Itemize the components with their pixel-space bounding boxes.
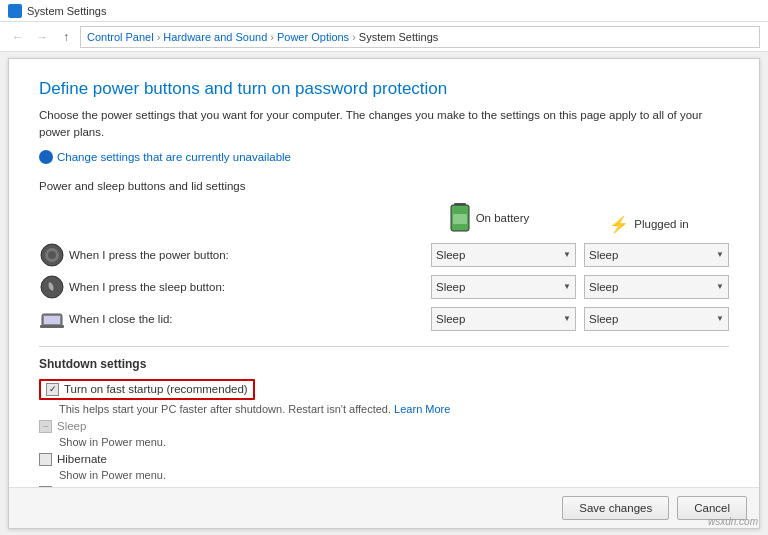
change-link-row: Change settings that are currently unava… (39, 150, 729, 164)
nav-back-button[interactable]: ← (8, 27, 28, 47)
row-label-sleep: When I press the sleep button: (65, 281, 431, 293)
button-bar: Save changes Cancel (9, 487, 759, 528)
shutdown-header: Shutdown settings (39, 357, 729, 371)
row-label-lid: When I close the lid: (65, 313, 431, 325)
shutdown-section: Shutdown settings Turn on fast startup (… (39, 357, 729, 488)
battery-col-label: On battery (476, 212, 530, 224)
page-description: Choose the power settings that you want … (39, 107, 729, 142)
app-icon (8, 4, 22, 18)
title-bar: System Settings (0, 0, 768, 22)
chevron-down-icon: ▼ (563, 250, 571, 259)
nav-forward-button[interactable]: → (32, 27, 52, 47)
sleep-button-icon (39, 274, 65, 300)
fast-startup-help: This helps start your PC faster after sh… (59, 403, 729, 415)
battery-icon (449, 202, 471, 234)
sleep-row: Sleep (39, 420, 729, 433)
svg-rect-9 (40, 325, 64, 328)
fast-startup-checkbox[interactable] (46, 383, 59, 396)
nav-bar: ← → ↑ Control Panel › Hardware and Sound… (0, 22, 768, 52)
learn-more-link[interactable]: Learn More (394, 403, 450, 415)
svg-point-5 (48, 251, 56, 259)
power-button-icon (39, 242, 65, 268)
page-title: Define power buttons and turn on passwor… (39, 79, 729, 99)
plugged-col-label: Plugged in (634, 218, 688, 230)
power-plugged-select[interactable]: Sleep ▼ (584, 243, 729, 267)
hibernate-checkbox[interactable] (39, 453, 52, 466)
row-label-power: When I press the power button: (65, 249, 431, 261)
section-divider (39, 346, 729, 347)
chevron-down-icon: ▼ (716, 250, 724, 259)
chevron-down-icon: ▼ (563, 282, 571, 291)
title-bar-label: System Settings (27, 5, 106, 17)
power-battery-select[interactable]: Sleep ▼ (431, 243, 576, 267)
section-header: Power and sleep buttons and lid settings (39, 180, 729, 192)
sleep-label: Sleep (57, 420, 86, 432)
content-area: Define power buttons and turn on passwor… (9, 59, 759, 487)
plug-icon: ⚡ (609, 215, 629, 234)
fast-startup-highlight: Turn on fast startup (recommended) (39, 379, 255, 400)
change-link[interactable]: Change settings that are currently unava… (57, 151, 291, 163)
table-row-power: When I press the power button: Sleep ▼ S… (39, 242, 729, 268)
hibernate-help: Show in Power menu. (59, 469, 729, 481)
sleep-plugged-select[interactable]: Sleep ▼ (584, 275, 729, 299)
hibernate-label: Hibernate (57, 453, 107, 465)
breadcrumb-current: System Settings (359, 31, 438, 43)
breadcrumb-control-panel[interactable]: Control Panel (87, 31, 154, 43)
hibernate-row: Hibernate (39, 453, 729, 466)
nav-up-button[interactable]: ↑ (56, 27, 76, 47)
lid-plugged-select[interactable]: Sleep ▼ (584, 307, 729, 331)
lid-icon (39, 306, 65, 332)
sleep-help: Show in Power menu. (59, 436, 729, 448)
table-row-lid: When I close the lid: Sleep ▼ Sleep ▼ (39, 306, 729, 332)
svg-rect-8 (44, 316, 60, 324)
breadcrumb-power-options[interactable]: Power Options (277, 31, 349, 43)
chevron-down-icon: ▼ (716, 314, 724, 323)
main-window: Define power buttons and turn on passwor… (8, 58, 760, 529)
save-button[interactable]: Save changes (562, 496, 669, 520)
lid-battery-select[interactable]: Sleep ▼ (431, 307, 576, 331)
sleep-battery-select[interactable]: Sleep ▼ (431, 275, 576, 299)
table-header-row: On battery ⚡ Plugged in (39, 202, 729, 234)
table-row-sleep: When I press the sleep button: Sleep ▼ S… (39, 274, 729, 300)
chevron-down-icon: ▼ (563, 314, 571, 323)
breadcrumb-hardware[interactable]: Hardware and Sound (163, 31, 267, 43)
info-icon (39, 150, 53, 164)
chevron-down-icon: ▼ (716, 282, 724, 291)
fast-startup-row: Turn on fast startup (recommended) (39, 379, 729, 400)
sleep-checkbox[interactable] (39, 420, 52, 433)
battery-col-header: On battery (409, 202, 569, 234)
svg-rect-2 (453, 214, 467, 224)
fast-startup-label: Turn on fast startup (recommended) (64, 383, 248, 395)
watermark: wsxdn.com (708, 516, 758, 527)
power-table: On battery ⚡ Plugged in When I press the… (39, 202, 729, 332)
plugged-col-header: ⚡ Plugged in (569, 215, 729, 234)
breadcrumb: Control Panel › Hardware and Sound › Pow… (80, 26, 760, 48)
